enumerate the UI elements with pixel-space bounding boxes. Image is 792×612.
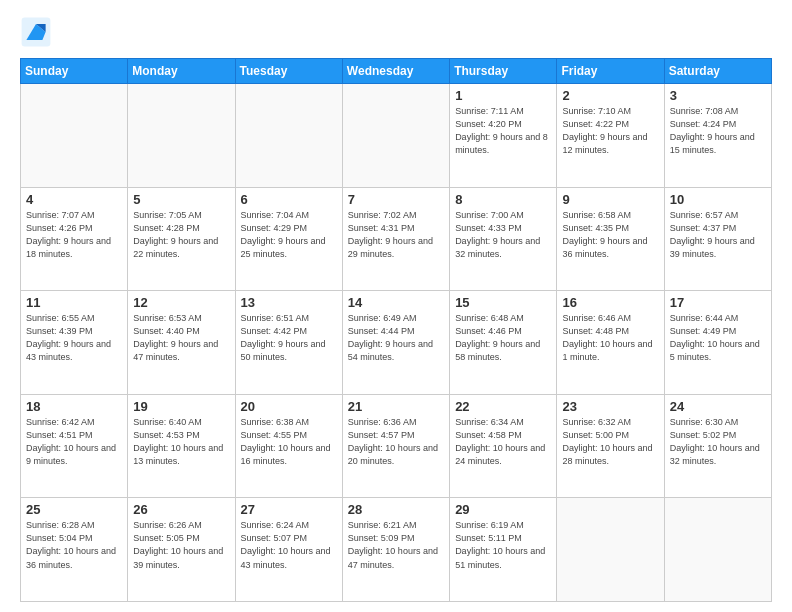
- calendar-cell: 13Sunrise: 6:51 AM Sunset: 4:42 PM Dayli…: [235, 291, 342, 395]
- calendar-cell: 20Sunrise: 6:38 AM Sunset: 4:55 PM Dayli…: [235, 394, 342, 498]
- weekday-header-wednesday: Wednesday: [342, 59, 449, 84]
- calendar-cell: [664, 498, 771, 602]
- weekday-header-saturday: Saturday: [664, 59, 771, 84]
- day-number: 28: [348, 502, 444, 517]
- calendar-cell: 29Sunrise: 6:19 AM Sunset: 5:11 PM Dayli…: [450, 498, 557, 602]
- day-info: Sunrise: 7:10 AM Sunset: 4:22 PM Dayligh…: [562, 105, 658, 157]
- calendar-cell: 15Sunrise: 6:48 AM Sunset: 4:46 PM Dayli…: [450, 291, 557, 395]
- day-number: 1: [455, 88, 551, 103]
- day-info: Sunrise: 6:21 AM Sunset: 5:09 PM Dayligh…: [348, 519, 444, 571]
- day-number: 4: [26, 192, 122, 207]
- calendar-cell: [235, 84, 342, 188]
- day-number: 26: [133, 502, 229, 517]
- day-number: 5: [133, 192, 229, 207]
- calendar-cell: 10Sunrise: 6:57 AM Sunset: 4:37 PM Dayli…: [664, 187, 771, 291]
- calendar-cell: 9Sunrise: 6:58 AM Sunset: 4:35 PM Daylig…: [557, 187, 664, 291]
- calendar-cell: 3Sunrise: 7:08 AM Sunset: 4:24 PM Daylig…: [664, 84, 771, 188]
- day-info: Sunrise: 6:49 AM Sunset: 4:44 PM Dayligh…: [348, 312, 444, 364]
- calendar-cell: 4Sunrise: 7:07 AM Sunset: 4:26 PM Daylig…: [21, 187, 128, 291]
- day-info: Sunrise: 6:30 AM Sunset: 5:02 PM Dayligh…: [670, 416, 766, 468]
- day-number: 19: [133, 399, 229, 414]
- logo: [20, 16, 56, 48]
- day-info: Sunrise: 6:34 AM Sunset: 4:58 PM Dayligh…: [455, 416, 551, 468]
- day-number: 18: [26, 399, 122, 414]
- calendar-cell: [557, 498, 664, 602]
- day-number: 23: [562, 399, 658, 414]
- day-number: 20: [241, 399, 337, 414]
- day-info: Sunrise: 6:46 AM Sunset: 4:48 PM Dayligh…: [562, 312, 658, 364]
- day-info: Sunrise: 7:04 AM Sunset: 4:29 PM Dayligh…: [241, 209, 337, 261]
- calendar-cell: 14Sunrise: 6:49 AM Sunset: 4:44 PM Dayli…: [342, 291, 449, 395]
- day-info: Sunrise: 6:26 AM Sunset: 5:05 PM Dayligh…: [133, 519, 229, 571]
- day-number: 3: [670, 88, 766, 103]
- calendar-cell: 12Sunrise: 6:53 AM Sunset: 4:40 PM Dayli…: [128, 291, 235, 395]
- calendar-cell: 28Sunrise: 6:21 AM Sunset: 5:09 PM Dayli…: [342, 498, 449, 602]
- day-number: 22: [455, 399, 551, 414]
- day-number: 17: [670, 295, 766, 310]
- calendar-cell: 11Sunrise: 6:55 AM Sunset: 4:39 PM Dayli…: [21, 291, 128, 395]
- day-info: Sunrise: 7:00 AM Sunset: 4:33 PM Dayligh…: [455, 209, 551, 261]
- day-number: 9: [562, 192, 658, 207]
- day-info: Sunrise: 6:40 AM Sunset: 4:53 PM Dayligh…: [133, 416, 229, 468]
- logo-icon: [20, 16, 52, 48]
- week-row-1: 4Sunrise: 7:07 AM Sunset: 4:26 PM Daylig…: [21, 187, 772, 291]
- day-number: 2: [562, 88, 658, 103]
- weekday-header-friday: Friday: [557, 59, 664, 84]
- day-info: Sunrise: 6:44 AM Sunset: 4:49 PM Dayligh…: [670, 312, 766, 364]
- day-number: 21: [348, 399, 444, 414]
- week-row-0: 1Sunrise: 7:11 AM Sunset: 4:20 PM Daylig…: [21, 84, 772, 188]
- week-row-3: 18Sunrise: 6:42 AM Sunset: 4:51 PM Dayli…: [21, 394, 772, 498]
- calendar-cell: 1Sunrise: 7:11 AM Sunset: 4:20 PM Daylig…: [450, 84, 557, 188]
- calendar-cell: 25Sunrise: 6:28 AM Sunset: 5:04 PM Dayli…: [21, 498, 128, 602]
- calendar: SundayMondayTuesdayWednesdayThursdayFrid…: [20, 58, 772, 602]
- day-number: 7: [348, 192, 444, 207]
- calendar-cell: 6Sunrise: 7:04 AM Sunset: 4:29 PM Daylig…: [235, 187, 342, 291]
- day-info: Sunrise: 7:08 AM Sunset: 4:24 PM Dayligh…: [670, 105, 766, 157]
- weekday-header-row: SundayMondayTuesdayWednesdayThursdayFrid…: [21, 59, 772, 84]
- day-info: Sunrise: 6:58 AM Sunset: 4:35 PM Dayligh…: [562, 209, 658, 261]
- day-info: Sunrise: 7:02 AM Sunset: 4:31 PM Dayligh…: [348, 209, 444, 261]
- day-info: Sunrise: 6:28 AM Sunset: 5:04 PM Dayligh…: [26, 519, 122, 571]
- day-number: 11: [26, 295, 122, 310]
- calendar-cell: 27Sunrise: 6:24 AM Sunset: 5:07 PM Dayli…: [235, 498, 342, 602]
- day-number: 27: [241, 502, 337, 517]
- calendar-cell: 2Sunrise: 7:10 AM Sunset: 4:22 PM Daylig…: [557, 84, 664, 188]
- calendar-cell: 19Sunrise: 6:40 AM Sunset: 4:53 PM Dayli…: [128, 394, 235, 498]
- day-number: 16: [562, 295, 658, 310]
- day-info: Sunrise: 7:11 AM Sunset: 4:20 PM Dayligh…: [455, 105, 551, 157]
- day-number: 15: [455, 295, 551, 310]
- calendar-cell: 26Sunrise: 6:26 AM Sunset: 5:05 PM Dayli…: [128, 498, 235, 602]
- calendar-cell: 24Sunrise: 6:30 AM Sunset: 5:02 PM Dayli…: [664, 394, 771, 498]
- weekday-header-tuesday: Tuesday: [235, 59, 342, 84]
- calendar-cell: 8Sunrise: 7:00 AM Sunset: 4:33 PM Daylig…: [450, 187, 557, 291]
- calendar-cell: [128, 84, 235, 188]
- day-info: Sunrise: 6:57 AM Sunset: 4:37 PM Dayligh…: [670, 209, 766, 261]
- weekday-header-monday: Monday: [128, 59, 235, 84]
- calendar-cell: 17Sunrise: 6:44 AM Sunset: 4:49 PM Dayli…: [664, 291, 771, 395]
- calendar-cell: [342, 84, 449, 188]
- day-number: 14: [348, 295, 444, 310]
- day-number: 25: [26, 502, 122, 517]
- week-row-4: 25Sunrise: 6:28 AM Sunset: 5:04 PM Dayli…: [21, 498, 772, 602]
- calendar-cell: [21, 84, 128, 188]
- day-number: 13: [241, 295, 337, 310]
- header: [20, 16, 772, 48]
- day-info: Sunrise: 7:07 AM Sunset: 4:26 PM Dayligh…: [26, 209, 122, 261]
- day-info: Sunrise: 6:38 AM Sunset: 4:55 PM Dayligh…: [241, 416, 337, 468]
- week-row-2: 11Sunrise: 6:55 AM Sunset: 4:39 PM Dayli…: [21, 291, 772, 395]
- day-info: Sunrise: 6:53 AM Sunset: 4:40 PM Dayligh…: [133, 312, 229, 364]
- day-info: Sunrise: 6:42 AM Sunset: 4:51 PM Dayligh…: [26, 416, 122, 468]
- day-number: 10: [670, 192, 766, 207]
- calendar-cell: 16Sunrise: 6:46 AM Sunset: 4:48 PM Dayli…: [557, 291, 664, 395]
- day-number: 6: [241, 192, 337, 207]
- calendar-cell: 23Sunrise: 6:32 AM Sunset: 5:00 PM Dayli…: [557, 394, 664, 498]
- day-info: Sunrise: 6:51 AM Sunset: 4:42 PM Dayligh…: [241, 312, 337, 364]
- day-info: Sunrise: 6:24 AM Sunset: 5:07 PM Dayligh…: [241, 519, 337, 571]
- day-number: 8: [455, 192, 551, 207]
- calendar-cell: 7Sunrise: 7:02 AM Sunset: 4:31 PM Daylig…: [342, 187, 449, 291]
- day-info: Sunrise: 6:32 AM Sunset: 5:00 PM Dayligh…: [562, 416, 658, 468]
- day-info: Sunrise: 6:19 AM Sunset: 5:11 PM Dayligh…: [455, 519, 551, 571]
- calendar-cell: 21Sunrise: 6:36 AM Sunset: 4:57 PM Dayli…: [342, 394, 449, 498]
- day-info: Sunrise: 6:48 AM Sunset: 4:46 PM Dayligh…: [455, 312, 551, 364]
- day-info: Sunrise: 6:36 AM Sunset: 4:57 PM Dayligh…: [348, 416, 444, 468]
